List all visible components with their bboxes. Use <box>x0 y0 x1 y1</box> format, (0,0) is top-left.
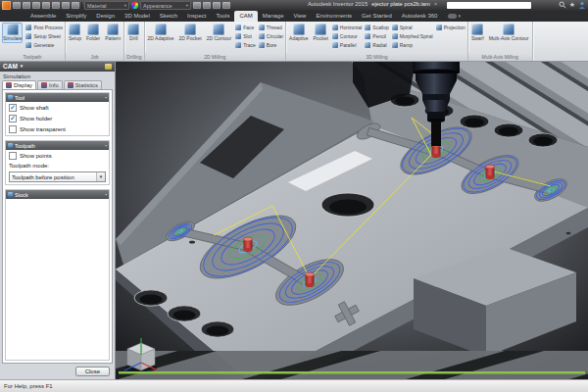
material-select[interactable]: Material ▾ <box>84 1 129 10</box>
face-button[interactable]: Face <box>235 24 256 31</box>
generate-button[interactable]: Generate <box>25 41 62 49</box>
panel-pin-icon[interactable] <box>105 64 112 70</box>
collapse-icon[interactable]: ▪ <box>105 192 107 197</box>
checkbox-show-transparent[interactable]: Show transparent <box>9 125 106 133</box>
setup-icon <box>69 24 80 35</box>
projection-button[interactable]: Projection <box>436 24 466 31</box>
ribbon-tab-manage[interactable]: Manage <box>258 11 289 22</box>
2d-pocket-button[interactable]: 2D Pocket <box>178 23 203 43</box>
slot-icon <box>235 33 241 39</box>
scallop-button[interactable]: Scallop <box>365 24 388 31</box>
parallel-icon <box>332 42 338 48</box>
sign-in-person-icon[interactable] <box>578 1 586 9</box>
pencil-button[interactable]: Pencil <box>365 32 388 40</box>
circular-button[interactable]: Circular <box>259 32 283 40</box>
search-input[interactable] <box>447 2 531 9</box>
document-close-icon[interactable]: × <box>434 1 438 7</box>
bore-button[interactable]: Bore <box>259 41 283 49</box>
radial-icon <box>365 42 370 48</box>
checkbox-box[interactable]: ✓ <box>9 104 17 112</box>
home-icon[interactable] <box>62 2 70 9</box>
checkbox-show-points[interactable]: Show points <box>9 152 106 160</box>
ribbon-group-label: Job <box>66 53 123 61</box>
setup-sheet-button[interactable]: Setup Sheet <box>25 32 62 40</box>
folder-button[interactable]: Folder <box>85 23 101 43</box>
pocket-icon <box>315 24 326 35</box>
panel-tab-display[interactable]: Display <box>2 80 36 89</box>
ribbon-tab-inspect[interactable]: Inspect <box>182 11 211 22</box>
parallel-button[interactable]: Parallel <box>332 41 363 49</box>
trace-button[interactable]: Trace <box>235 41 256 49</box>
slot-button[interactable]: Slot <box>235 32 256 40</box>
appearance-swatch-icon[interactable] <box>193 2 201 9</box>
section-header-tool[interactable]: Tool▪ <box>6 93 109 102</box>
table-front-slots <box>116 351 588 379</box>
toolpath-mode-select[interactable]: Toolpath before position▼ <box>9 172 106 182</box>
contour-button[interactable]: Contour <box>332 32 363 40</box>
favorites-star-icon[interactable]: ★ <box>569 1 575 9</box>
checkbox-box[interactable]: ✓ <box>9 115 17 122</box>
save-icon[interactable] <box>32 2 40 9</box>
panel-tab-info[interactable]: Info <box>37 80 63 89</box>
drill-button[interactable]: Drill <box>126 23 140 43</box>
appearance-select[interactable]: Appearance ▾ <box>140 1 191 10</box>
new-file-icon[interactable] <box>13 2 21 9</box>
simulation-progress-bar[interactable] <box>119 371 585 374</box>
viewport-canvas[interactable] <box>116 61 588 379</box>
ribbon-options-toggle[interactable]: ▾ <box>448 11 461 22</box>
ribbon-group-2d-milling: 2D Adaptive2D Pocket2D ContourFaceSlotTr… <box>145 22 286 61</box>
panel-header[interactable]: CAM ▼ <box>0 61 115 72</box>
checkbox-show-shaft[interactable]: ✓Show shaft <box>9 104 106 112</box>
pocket-button[interactable]: Pocket <box>313 23 329 43</box>
stock-section-icon <box>8 192 13 197</box>
open-file-icon[interactable] <box>23 2 30 9</box>
ribbon-tab-assemble[interactable]: Assemble <box>25 11 61 22</box>
pattern-button[interactable]: Pattern <box>104 23 122 43</box>
ribbon-tab-get-started[interactable]: Get Started <box>357 11 397 22</box>
select-icon[interactable] <box>72 2 79 9</box>
morphed-spiral-button[interactable]: Morphed Spiral <box>392 32 433 40</box>
ribbon-tab-environments[interactable]: Environments <box>311 11 357 22</box>
ribbon-tab-cam[interactable]: CAM <box>234 11 257 22</box>
ribbon-tab-autodesk-360[interactable]: Autodesk 360 <box>397 11 443 22</box>
close-button[interactable]: Close <box>75 367 110 376</box>
panel-tab-statistics[interactable]: Statistics <box>64 80 102 89</box>
collapse-icon[interactable]: ▪ <box>105 143 107 148</box>
inventor-logo[interactable] <box>2 1 11 10</box>
multi-axis-contour-button[interactable]: Multi-Axis Contour <box>488 23 530 43</box>
adaptive-button[interactable]: Adaptive <box>288 23 309 43</box>
thread-button[interactable]: Thread <box>259 24 283 31</box>
2d-adaptive-button[interactable]: 2D Adaptive <box>147 23 175 43</box>
search-icon[interactable] <box>559 1 566 9</box>
ribbon-tab-view[interactable]: View <box>288 11 311 22</box>
thread-icon <box>259 24 265 30</box>
ribbon-tab-design[interactable]: Design <box>91 11 120 22</box>
parameters-fx-icon[interactable] <box>213 2 220 9</box>
checkbox-box[interactable] <box>9 152 17 160</box>
ribbon-tab-3d-model[interactable]: 3D Model <box>120 11 155 22</box>
ribbon-tab-sketch[interactable]: Sketch <box>155 11 182 22</box>
ribbon-group-label: Drilling <box>124 53 143 61</box>
horizontal-button[interactable]: Horizontal <box>332 24 363 31</box>
redo-icon[interactable] <box>52 2 60 9</box>
color-wheel-icon[interactable] <box>131 2 138 9</box>
section-header-stock[interactable]: Stock▪ <box>6 190 109 199</box>
post-process-button[interactable]: Post Process <box>25 24 62 31</box>
undo-icon[interactable] <box>42 2 50 9</box>
measure-icon[interactable] <box>222 2 230 9</box>
checkbox-show-holder[interactable]: ✓Show holder <box>9 115 106 122</box>
radial-button[interactable]: Radial <box>365 41 388 49</box>
ribbon-tab-tools[interactable]: Tools <box>211 11 234 22</box>
spiral-button[interactable]: Spiral <box>392 24 433 31</box>
ribbon-tab-simplify[interactable]: Simplify <box>61 11 91 22</box>
collapse-icon[interactable]: ▪ <box>105 95 107 100</box>
setup-button[interactable]: Setup <box>68 23 82 43</box>
color-swatch-icon[interactable] <box>203 2 211 9</box>
ramp-button[interactable]: Ramp <box>392 41 433 49</box>
section-stock: Stock▪ <box>5 189 110 361</box>
checkbox-box[interactable] <box>9 125 17 133</box>
section-header-toolpath[interactable]: Toolpath▪ <box>6 141 109 150</box>
swarf-button[interactable]: Swarf <box>470 23 485 43</box>
simulate-button[interactable]: Simulate <box>2 23 23 43</box>
2d-contour-button[interactable]: 2D Contour <box>206 23 233 43</box>
